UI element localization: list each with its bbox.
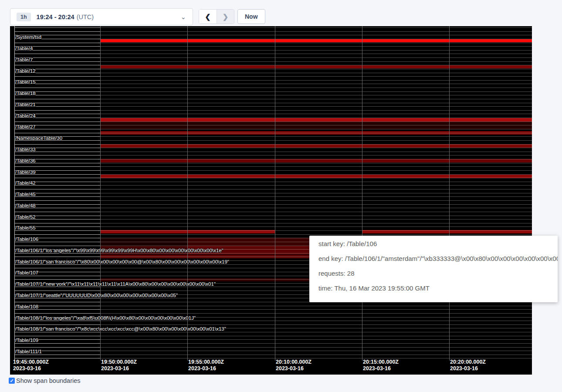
row-label: /Table/24	[15, 113, 36, 118]
span-boundary-line	[14, 343, 532, 344]
span-boundary-line	[14, 324, 532, 325]
toolbar: 1h 19:24 - 20:24 (UTC) ⌄ ❮ ❯ Now	[0, 0, 562, 26]
span-boundary-line	[14, 57, 532, 58]
span-boundary-line	[14, 226, 532, 227]
x-axis-label: 19:55:00.000Z2023-03-16	[188, 359, 224, 372]
row-label: /Table/108/1/"los angeles"/"\xa8\xf5\u00…	[15, 315, 196, 321]
row-label: /Table/108	[15, 304, 38, 309]
span-boundary-line	[14, 306, 532, 306]
prev-time-button[interactable]: ❮	[199, 10, 217, 24]
x-axis-time: 19:45:00.000Z	[13, 359, 49, 365]
span-boundary-line	[14, 106, 532, 107]
span-boundary-line	[14, 223, 532, 223]
row-label: /Table/15	[15, 79, 36, 84]
span-boundary-line	[14, 196, 532, 197]
row-label: /Table/106/1/"san francisco"/"\x80\x00\x…	[15, 259, 229, 264]
row-label: /Table/55	[15, 225, 36, 230]
span-boundary-line	[14, 65, 532, 65]
heat-band	[100, 39, 532, 43]
span-boundary-line	[14, 133, 532, 133]
x-axis-date: 2023-03-16	[101, 365, 137, 372]
span-boundary-line	[14, 43, 532, 43]
time-gridline	[14, 26, 15, 361]
span-boundary-line	[14, 122, 532, 122]
span-boundary-line	[14, 193, 532, 193]
span-boundary-line	[14, 35, 532, 35]
span-boundary-line	[14, 31, 532, 32]
x-axis-label: 20:15:00.000Z2023-03-16	[363, 359, 399, 372]
span-boundary-line	[14, 351, 532, 351]
heat-band	[100, 65, 532, 69]
row-label: /Table/45	[15, 192, 36, 197]
span-boundary-line	[14, 355, 532, 355]
heat-band	[100, 118, 532, 122]
row-label: /System/tsd	[15, 34, 41, 40]
x-axis-time: 19:55:00.000Z	[188, 359, 224, 365]
next-time-button[interactable]: ❯	[217, 10, 234, 24]
span-boundary-line	[14, 321, 532, 321]
span-boundary-line	[14, 170, 532, 171]
x-axis-date: 2023-03-16	[13, 365, 49, 372]
chevron-down-icon: ⌄	[180, 15, 186, 19]
key-visualizer-canvas[interactable]: /System/tsd/Table/4/Table/7/Table/12/Tab…	[10, 26, 532, 375]
span-boundary-line	[14, 129, 532, 129]
span-boundary-line	[14, 73, 532, 73]
span-boundary-line	[14, 178, 532, 178]
span-boundary-line	[14, 216, 532, 216]
row-label: /Table/106/1/"los angeles"/"\x99\x99\x99…	[15, 248, 223, 253]
span-boundary-line	[14, 347, 532, 348]
span-boundary-line	[14, 118, 532, 118]
time-gridline	[187, 26, 188, 361]
row-label: /Table/7	[15, 57, 33, 62]
heat-band	[100, 144, 532, 148]
show-span-boundaries-label: Show span boundaries	[16, 377, 81, 384]
span-boundary-line	[14, 95, 532, 95]
span-boundary-line	[14, 27, 532, 28]
span-boundary-line	[14, 46, 532, 47]
span-boundary-line	[14, 219, 532, 220]
span-boundary-line	[14, 313, 532, 314]
x-axis-time: 20:20:00.000Z	[450, 359, 486, 365]
row-label: /Table/48	[15, 203, 36, 208]
span-boundary-line	[14, 88, 532, 88]
time-gridline	[362, 26, 362, 361]
row-label: /Table/52	[15, 214, 36, 220]
span-boundary-line	[14, 61, 532, 62]
span-boundary-line	[14, 99, 532, 99]
row-label: /Table/42	[15, 180, 36, 186]
span-boundary-line	[14, 54, 532, 54]
span-boundary-line	[14, 152, 532, 152]
time-gridline	[275, 26, 275, 361]
span-boundary-line	[14, 200, 532, 201]
span-boundary-line	[14, 208, 532, 208]
span-boundary-line	[14, 136, 532, 137]
row-label: /Table/21	[15, 102, 36, 107]
now-button[interactable]: Now	[237, 9, 265, 24]
span-boundary-line	[14, 69, 532, 69]
span-boundary-line	[14, 204, 532, 205]
x-axis-date: 2023-03-16	[276, 365, 311, 372]
time-range-picker[interactable]: 1h 19:24 - 20:24 (UTC) ⌄	[10, 8, 193, 25]
x-axis-date: 2023-03-16	[188, 365, 224, 372]
row-label: /Table/18	[15, 91, 36, 96]
hover-tooltip: start key: /Table/106 end key: /Table/10…	[309, 236, 558, 302]
row-label: /Table/107/1/"new york"/"\x11\x11\x11\x1…	[15, 281, 216, 287]
row-label: /Table/109	[15, 338, 38, 343]
row-label: /Table/4	[15, 46, 33, 51]
span-boundary-line	[14, 76, 532, 77]
row-label: /Table/111/1	[15, 349, 42, 354]
footer: ✓ Show span boundaries	[9, 377, 81, 384]
row-label: /Table/107	[15, 270, 38, 275]
span-boundary-line	[14, 309, 532, 310]
row-label: /Table/33	[15, 147, 36, 152]
show-span-boundaries-checkbox[interactable]: ✓	[9, 378, 15, 384]
span-boundary-line	[14, 163, 532, 163]
span-boundary-line	[14, 166, 532, 167]
tooltip-time: time: Thu, 16 Mar 2023 19:55:00 GMT	[318, 281, 558, 296]
span-boundary-line	[14, 339, 532, 340]
x-axis-date: 2023-03-16	[363, 365, 399, 372]
span-boundary-line	[14, 39, 532, 39]
span-boundary-line	[14, 103, 532, 103]
span-boundary-line	[14, 50, 532, 51]
row-label: /Table/36	[15, 158, 36, 163]
